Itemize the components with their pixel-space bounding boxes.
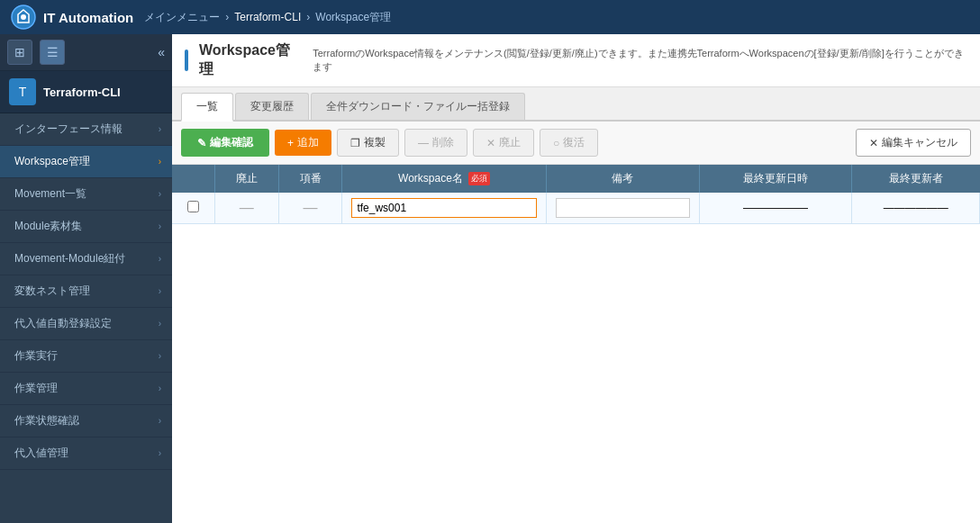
restore-button[interactable]: ○ 復活 xyxy=(540,129,598,157)
sidebar-item-substitution-manage[interactable]: 代入値管理 › xyxy=(0,437,172,470)
page-header: Workspace管理 TerraformのWorkspace情報をメンテナンス… xyxy=(172,34,980,87)
sidebar: ⊞ ☰ « T Terraform-CLI インターフェース情報 › Works… xyxy=(0,34,172,523)
breadcrumb: メインメニュー › Terraform-CLI › Workspace管理 xyxy=(144,10,391,25)
module-name: Terraform-CLI xyxy=(43,86,121,99)
th-workspace-name: Workspace名 必須 xyxy=(342,165,546,193)
required-badge: 必須 xyxy=(468,172,490,185)
th-last-updated: 最終更新日時 xyxy=(699,165,852,193)
tab-bar: 一覧 変更履歴 全件ダウンロード・ファイルー括登録 xyxy=(172,87,980,122)
tab-history[interactable]: 変更履歴 xyxy=(235,93,309,120)
sidebar-item-label: 作業管理 xyxy=(14,381,58,396)
th-num: 項番 xyxy=(278,165,342,193)
edit-confirm-label: 編集確認 xyxy=(210,135,253,150)
delete-icon: — xyxy=(418,137,429,149)
tab-list[interactable]: 一覧 xyxy=(181,93,233,122)
nav-sep2: › xyxy=(306,11,310,23)
discard-label: 廃止 xyxy=(499,135,521,150)
copy-button[interactable]: ❐ 複製 xyxy=(337,129,399,157)
chevron-icon: › xyxy=(159,254,161,264)
app-title: IT Automation xyxy=(43,10,133,25)
copy-icon: ❐ xyxy=(350,137,360,149)
page-description: TerraformのWorkspace情報をメンテナンス(閲覧/登録/更新/廃止… xyxy=(313,47,967,74)
page-header-bar xyxy=(185,50,188,71)
td-last-updated: —————— xyxy=(699,193,852,224)
th-workspace-name-label: Workspace名 xyxy=(398,172,463,185)
td-discard: — xyxy=(214,193,278,224)
sidebar-item-label: Module素材集 xyxy=(14,219,82,234)
th-discard: 廃止 xyxy=(214,165,278,193)
add-button[interactable]: + 追加 xyxy=(275,130,331,156)
main-layout: ⊞ ☰ « T Terraform-CLI インターフェース情報 › Works… xyxy=(0,34,980,523)
cancel-button[interactable]: ✕ 編集キャンセル xyxy=(856,129,971,157)
table-header-row: 廃止 項番 Workspace名 必須 備考 最終更新日時 最終更新者 xyxy=(172,165,980,193)
main-content: Workspace管理 TerraformのWorkspace情報をメンテナンス… xyxy=(172,34,980,523)
nav-terraform-cli[interactable]: Terraform-CLI xyxy=(234,11,301,23)
sidebar-item-label: 変数ネスト管理 xyxy=(14,284,90,299)
workspace-name-input[interactable] xyxy=(351,198,536,218)
delete-button[interactable]: — 削除 xyxy=(404,129,467,157)
sidebar-item-label: 作業実行 xyxy=(14,348,58,364)
note-input[interactable] xyxy=(556,198,690,218)
sidebar-item-module[interactable]: Module素材集 › xyxy=(0,211,172,243)
copy-label: 複製 xyxy=(364,135,386,150)
sidebar-item-interface[interactable]: インターフェース情報 › xyxy=(0,113,172,146)
th-note: 備考 xyxy=(546,165,699,193)
edit-icon: ✎ xyxy=(197,137,206,149)
sidebar-item-movement-module[interactable]: Movement-Module紐付 › xyxy=(0,243,172,275)
td-note[interactable] xyxy=(546,193,699,224)
grid-view-button[interactable]: ⊞ xyxy=(7,40,32,65)
tab-download[interactable]: 全件ダウンロード・ファイルー括登録 xyxy=(311,93,525,120)
add-label: 追加 xyxy=(297,135,319,150)
td-checkbox xyxy=(172,193,214,224)
nav-sep1: › xyxy=(225,11,229,23)
collapse-button[interactable]: « xyxy=(158,45,165,59)
th-last-user: 最終更新者 xyxy=(852,165,980,193)
chevron-icon: › xyxy=(159,124,161,134)
terraform-icon: T xyxy=(19,85,27,99)
td-last-user: —————— xyxy=(852,193,980,224)
sidebar-item-substitution[interactable]: 代入値自動登録設定 › xyxy=(0,308,172,340)
sidebar-item-label: Workspace管理 xyxy=(14,154,90,169)
sidebar-item-label: 代入値管理 xyxy=(14,446,68,461)
grid-icon: ⊞ xyxy=(14,45,25,59)
sidebar-item-variable-nest[interactable]: 変数ネスト管理 › xyxy=(0,275,172,308)
sidebar-item-label: Movement一覧 xyxy=(14,186,86,202)
chevron-icon: › xyxy=(159,189,161,199)
nav-main-menu[interactable]: メインメニュー xyxy=(144,10,220,25)
chevron-icon: › xyxy=(159,383,161,393)
data-table-container: 廃止 項番 Workspace名 必須 備考 最終更新日時 最終更新者 xyxy=(172,165,980,523)
delete-label: 削除 xyxy=(432,135,454,150)
discard-button[interactable]: ✕ 廃止 xyxy=(473,129,534,157)
td-workspace-name[interactable] xyxy=(342,193,546,224)
cancel-label: 編集キャンセル xyxy=(882,135,957,150)
list-view-button[interactable]: ☰ xyxy=(40,40,65,65)
sidebar-item-workspace[interactable]: Workspace管理 › xyxy=(0,146,172,178)
app-logo-icon xyxy=(11,5,36,30)
toolbar: ✎ 編集確認 + 追加 ❐ 複製 — 削除 ✕ 廃止 ○ 復活 xyxy=(172,122,980,165)
logo: IT Automation xyxy=(11,5,133,30)
discard-icon: ✕ xyxy=(486,137,495,149)
restore-label: 復活 xyxy=(563,135,585,150)
edit-confirm-button[interactable]: ✎ 編集確認 xyxy=(181,129,269,157)
restore-icon: ○ xyxy=(553,137,559,149)
cancel-icon: ✕ xyxy=(869,137,878,149)
chevron-icon: › xyxy=(159,286,161,296)
chevron-icon: › xyxy=(159,351,161,361)
module-header: T Terraform-CLI xyxy=(0,71,172,113)
td-num: — xyxy=(278,193,342,224)
sidebar-item-job-exec[interactable]: 作業実行 › xyxy=(0,340,172,373)
module-icon: T xyxy=(9,78,36,105)
add-icon: + xyxy=(287,137,294,149)
sidebar-item-job-status[interactable]: 作業状態確認 › xyxy=(0,405,172,437)
sidebar-item-label: 作業状態確認 xyxy=(14,413,79,428)
row-checkbox[interactable] xyxy=(187,201,199,212)
sidebar-item-label: Movement-Module紐付 xyxy=(14,251,125,266)
chevron-icon: › xyxy=(159,319,161,329)
sidebar-item-label: 代入値自動登録設定 xyxy=(14,316,112,331)
nav-workspace: Workspace管理 xyxy=(315,10,391,25)
table-row: — — —————— —————— xyxy=(172,193,980,224)
chevron-icon: › xyxy=(159,448,161,458)
sidebar-item-movement[interactable]: Movement一覧 › xyxy=(0,178,172,211)
sidebar-item-job-manage[interactable]: 作業管理 › xyxy=(0,373,172,405)
svg-point-2 xyxy=(21,14,26,20)
